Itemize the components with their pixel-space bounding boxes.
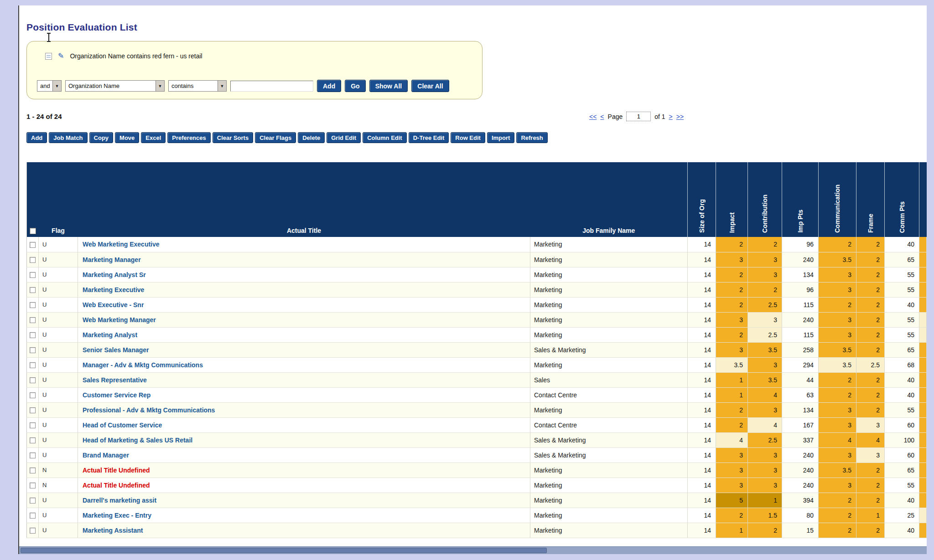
page-number-input[interactable] <box>626 112 651 121</box>
comm-pts-cell: 40 <box>885 372 919 387</box>
row-checkbox[interactable] <box>30 422 36 428</box>
actual-title-link[interactable]: Manager - Adv & Mktg Communications <box>78 357 530 372</box>
column-header-contribution[interactable]: Contribution <box>748 162 782 237</box>
column-header-size-of-org[interactable]: Size of Org <box>688 162 716 237</box>
row-checkbox[interactable] <box>30 513 36 519</box>
row-checkbox[interactable] <box>30 287 36 293</box>
actual-title-link[interactable]: Marketing Analyst <box>78 327 530 342</box>
row-checkbox[interactable] <box>30 242 36 248</box>
actual-title-link[interactable]: Professional - Adv & Mktg Communications <box>78 402 530 417</box>
toolbar-button-add[interactable]: Add <box>26 132 47 143</box>
comm-pts-cell: 65 <box>885 252 919 267</box>
job-family-cell: Marketing <box>530 508 688 523</box>
flag-cell: U <box>39 297 78 312</box>
toolbar-button-move[interactable]: Move <box>115 132 139 143</box>
scrollbar-thumb[interactable] <box>21 548 547 553</box>
frame-cell: 2 <box>856 493 885 508</box>
flag-cell: U <box>39 387 78 402</box>
show-all-button[interactable]: Show All <box>369 80 408 92</box>
toolbar-button-row-edit[interactable]: Row Edit <box>451 132 485 143</box>
toolbar-button-copy[interactable]: Copy <box>89 132 114 143</box>
row-checkbox[interactable] <box>30 272 36 278</box>
column-header-actual-title[interactable]: Actual Title <box>78 162 530 237</box>
actual-title-link[interactable]: Actual Title Undefined <box>78 478 530 493</box>
column-header-communication[interactable]: Communication <box>819 162 856 237</box>
impact-cell: 2 <box>716 508 748 523</box>
row-checkbox[interactable] <box>30 332 36 338</box>
actual-title-link[interactable]: Head of Marketing & Sales US Retail <box>78 432 530 447</box>
filter-add-button[interactable]: Add <box>317 80 341 92</box>
actual-title-link[interactable]: Marketing Manager <box>78 252 530 267</box>
pagination: << < Page of 1 > >> <box>589 112 684 121</box>
actual-title-link[interactable]: Web Executive - Snr <box>78 297 530 312</box>
boolean-operator-select[interactable]: and ▼ <box>37 80 62 92</box>
actual-title-link[interactable]: Web Marketing Executive <box>78 237 530 252</box>
edit-filter-icon[interactable]: ✎ <box>58 52 64 60</box>
row-checkbox[interactable] <box>30 483 36 488</box>
select-all-checkbox[interactable] <box>30 228 36 234</box>
actual-title-link[interactable]: Darrell's marketing assit <box>78 493 530 508</box>
imp-pts-cell: 63 <box>782 387 819 402</box>
row-checkbox[interactable] <box>30 437 36 443</box>
filter-operator-select[interactable]: contains ▼ <box>168 80 227 92</box>
filter-field-select[interactable]: Organization Name ▼ <box>65 80 165 92</box>
toolbar-button-import[interactable]: Import <box>487 132 514 143</box>
column-header-comm-pts[interactable]: Comm Pts <box>885 162 919 237</box>
row-checkbox[interactable] <box>30 317 36 323</box>
actual-title-link[interactable]: Customer Service Rep <box>78 387 530 402</box>
toolbar-button-d-tree-edit[interactable]: D-Tree Edit <box>409 132 449 143</box>
column-header-job-family-name[interactable]: Job Family Name <box>530 162 688 237</box>
column-header-impact[interactable]: Impact <box>716 162 748 237</box>
toolbar-button-delete[interactable]: Delete <box>298 132 325 143</box>
frame-cell: 2 <box>856 523 885 538</box>
toolbar-button-column-edit[interactable]: Column Edit <box>363 132 407 143</box>
first-page-link[interactable]: << <box>589 113 597 120</box>
toolbar-button-grid-edit[interactable]: Grid Edit <box>327 132 361 143</box>
row-checkbox[interactable] <box>30 257 36 263</box>
next-page-link[interactable]: > <box>669 113 673 120</box>
column-header-imp-pts[interactable]: Imp Pts <box>782 162 819 237</box>
actual-title-link[interactable]: Marketing Assistant <box>78 523 530 538</box>
row-checkbox[interactable] <box>30 407 36 413</box>
actual-title-link[interactable]: Actual Title Undefined <box>78 462 530 478</box>
clear-all-button[interactable]: Clear All <box>411 80 449 92</box>
actual-title-link[interactable]: Senior Sales Manager <box>78 342 530 357</box>
column-header-frame[interactable]: Frame <box>856 162 885 237</box>
row-checkbox[interactable] <box>30 362 36 368</box>
actual-title-link[interactable]: Web Marketing Manager <box>78 312 530 327</box>
row-checkbox[interactable] <box>30 452 36 458</box>
size-of-org-cell: 14 <box>688 282 716 297</box>
toolbar-button-job-match[interactable]: Job Match <box>49 132 87 143</box>
toolbar-button-clear-sorts[interactable]: Clear Sorts <box>213 132 253 143</box>
toolbar-button-clear-flags[interactable]: Clear Flags <box>255 132 296 143</box>
toolbar-button-refresh[interactable]: Refresh <box>516 132 547 143</box>
actual-title-link[interactable]: Brand Manager <box>78 447 530 462</box>
row-checkbox[interactable] <box>30 498 36 503</box>
row-checkbox[interactable] <box>30 392 36 398</box>
column-header-flag[interactable]: Flag <box>39 162 78 237</box>
contribution-cell: 2 <box>748 523 782 538</box>
actual-title-link[interactable]: Sales Representative <box>78 372 530 387</box>
row-checkbox[interactable] <box>30 302 36 308</box>
actual-title-link[interactable]: Marketing Analyst Sr <box>78 267 530 282</box>
horizontal-scrollbar[interactable] <box>19 546 927 554</box>
row-checkbox[interactable] <box>30 377 36 383</box>
comm-pts-cell: 40 <box>885 297 919 312</box>
actual-title-link[interactable]: Marketing Executive <box>78 282 530 297</box>
flag-cell: U <box>39 372 78 387</box>
collapse-filter-icon[interactable] <box>45 53 52 60</box>
job-family-cell: Contact Centre <box>530 417 688 432</box>
actual-title-link[interactable]: Head of Customer Service <box>78 417 530 432</box>
toolbar-button-excel[interactable]: Excel <box>141 132 166 143</box>
filter-value-input[interactable] <box>230 81 313 92</box>
row-checkbox[interactable] <box>30 528 36 534</box>
row-checkbox-cell <box>27 312 39 327</box>
row-checkbox[interactable] <box>30 468 36 473</box>
filter-go-button[interactable]: Go <box>345 80 365 92</box>
actual-title-link[interactable]: Marketing Exec - Entry <box>78 508 530 523</box>
last-page-link[interactable]: >> <box>676 113 684 120</box>
prev-page-link[interactable]: < <box>600 113 604 120</box>
row-checkbox[interactable] <box>30 347 36 353</box>
flag-cell: U <box>39 508 78 523</box>
toolbar-button-preferences[interactable]: Preferences <box>167 132 210 143</box>
